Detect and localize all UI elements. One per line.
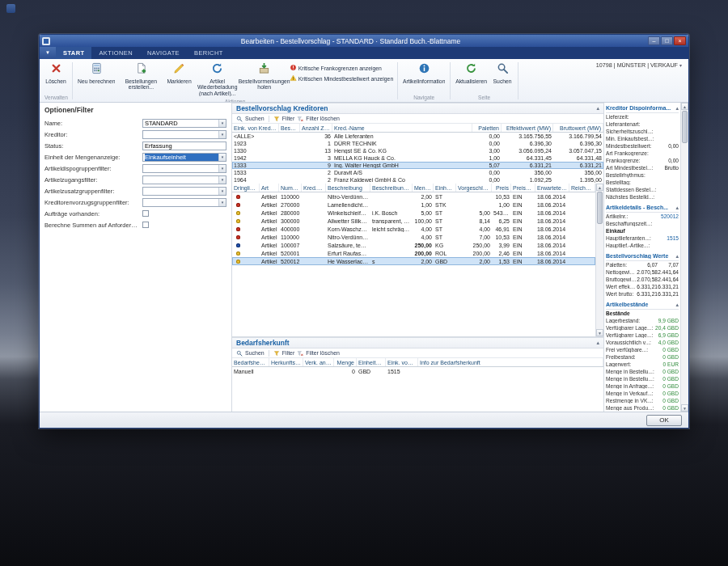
option-field-artikelzusatzgruppenfilter[interactable]: ▾: [142, 187, 226, 196]
column-header-dringlichkeit[interactable]: Dringlichkeit: [232, 184, 260, 192]
column-header-art[interactable]: Art: [260, 184, 279, 192]
vendors-filter-link[interactable]: Filter: [282, 116, 295, 121]
factbox-link[interactable]: 520012: [661, 213, 679, 219]
dropdown-icon[interactable]: ▾: [218, 131, 226, 138]
option-field-artikelzugangsfilter[interactable]: ▾: [142, 175, 226, 184]
app-menu-button[interactable]: ▼: [40, 47, 56, 59]
factbox-link[interactable]: 1515: [667, 235, 679, 241]
column-header-preiseinheitencode[interactable]: Preiseinheitencode: [511, 184, 535, 192]
vendors-pane-header[interactable]: Bestellvorschlag Kreditoren ▴: [232, 103, 603, 114]
vendor-row[interactable]: 133013Hengst SE & Co. KG3,003.056.095,24…: [232, 147, 603, 154]
vendor-row[interactable]: 15332Duravit A/S0,00356,00356,00: [232, 169, 603, 176]
checkbox-berechne-summen-auf-anforderung[interactable]: [142, 222, 149, 228]
suggestion-line-row[interactable]: Artikel400000Korn-Waschzeug Nr. 500WA2le…: [232, 225, 595, 233]
column-header-info-zur-bedarfsherkunft[interactable]: Info zur Bedarfsherkunft: [418, 358, 603, 366]
suggestion-line-row[interactable]: Artikel300000Allwetter Silikon SHK 100Nt…: [232, 217, 595, 225]
ribbon-button-artikel-wiederbeladung-nach-artikel[interactable]: Artikel Wiederbeladung (nach Artikel)...: [194, 61, 241, 98]
column-header-preis[interactable]: Preis: [492, 184, 511, 192]
suggestion-line-row[interactable]: Artikel520001Erfurt Raufaser 70/75 Gross…: [232, 249, 595, 257]
column-header-kred-artikelnr[interactable]: Kred.-Artikelnr.: [302, 184, 326, 192]
tab-bericht[interactable]: BERICHT: [187, 47, 231, 59]
collapse-icon[interactable]: ▴: [675, 302, 679, 308]
scroll-track[interactable]: [596, 225, 603, 329]
scroll-down-icon[interactable]: ▼: [681, 404, 688, 412]
column-header-bruttowert-mw[interactable]: Bruttowert (MW): [553, 124, 603, 132]
ok-button[interactable]: OK: [646, 415, 682, 426]
ribbon-button-artikelinformation[interactable]: Artikelinformation: [400, 61, 447, 86]
column-header-vorgeschl-menge-ek-einheit[interactable]: Vorgeschl. Menge (EK-Einheit): [456, 184, 492, 192]
option-field-artikeldispogruppenfilter[interactable]: ▾: [142, 164, 226, 173]
scroll-up-icon[interactable]: ▲: [596, 184, 603, 191]
column-header-beschreibung[interactable]: Beschreibung: [326, 184, 370, 192]
vendor-row[interactable]: <ALLE>36Alle Lieferanten0,003.165.756,55…: [232, 133, 603, 140]
column-header-beschreibung-2[interactable]: Beschreibung 2: [370, 184, 413, 192]
suggestion-line-row[interactable]: Artikel110000Nitro-Verdünnung B, E-COLL4…: [232, 233, 595, 241]
column-header-menge[interactable]: Menge: [413, 184, 434, 192]
tab-navigate[interactable]: NAVIGATE: [140, 47, 187, 59]
tab-start[interactable]: START: [56, 47, 91, 59]
column-header-eink-von-kreditor[interactable]: Eink. von Kreditor: [386, 358, 418, 366]
vendor-row[interactable]: 19231DÜRR TECHNIK0,006.396,306.396,30: [232, 140, 603, 147]
ribbon-button-bestellvormerkungen-holen[interactable]: Bestellvormerkungen holen: [241, 61, 288, 92]
maximize-button[interactable]: □: [661, 36, 673, 45]
column-header-paletten[interactable]: Paletten: [472, 124, 502, 132]
suggestion-line-row[interactable]: Artikel280000Winkelschleifer PWS 7-125i.…: [232, 209, 595, 217]
scroll-thumb[interactable]: [597, 192, 603, 224]
context-label[interactable]: 10798 | MÜNSTER | VERKAUF ▾: [596, 61, 682, 69]
column-header-einheitscode[interactable]: Einheitscode: [434, 184, 456, 192]
ribbon-button-bestellungen-erstellen[interactable]: Bestellungen erstellen...: [117, 61, 164, 92]
vendor-row[interactable]: 19423MELLA KG Hauck & Co.1,0064.331,4564…: [232, 154, 603, 162]
dropdown-icon[interactable]: ▾: [218, 199, 226, 206]
column-header-bedarfsherkunftstyp[interactable]: Bedarfsherkunftstyp: [232, 358, 269, 366]
ribbon-button-suchen[interactable]: Suchen: [489, 61, 515, 86]
option-field-einheit-der-mengenanzeige[interactable]: Einkaufseinheit▾: [142, 153, 226, 162]
checkbox-aufträge-vorhanden[interactable]: [142, 210, 149, 217]
collapse-icon[interactable]: ▴: [675, 205, 679, 211]
column-header-herkunftsart[interactable]: Herkunftsart: [269, 358, 303, 366]
ribbon-toggle-kritischen-mindestbestellwert-anzeigen[interactable]: Kritischen Mindestbestellwert anzeigen: [290, 74, 394, 82]
column-header-bestellt[interactable]: Bestellt: [279, 124, 300, 132]
option-field-kreditor[interactable]: ▾: [142, 130, 226, 139]
ribbon-button-löschen[interactable]: Löschen: [43, 61, 69, 86]
factbox-scrollbar[interactable]: ▲ ▼: [680, 103, 688, 412]
dropdown-icon[interactable]: ▾: [218, 154, 226, 161]
column-header-anzahl-zeilen[interactable]: Anzahl Zeilen: [300, 124, 332, 132]
vendors-clear-filter-link[interactable]: Filter löschen: [306, 116, 340, 121]
column-header-erwartetes-lieferdatum[interactable]: Erwartetes Lieferdatum: [535, 184, 569, 192]
column-header-nummer[interactable]: Nummer: [279, 184, 302, 192]
close-button[interactable]: ×: [674, 36, 686, 45]
titlebar[interactable]: Bearbeiten - Bestellvorschlag - STANDARD…: [40, 35, 688, 47]
suggestion-line-row[interactable]: Artikel270000Lamellendichtring DVR62 K1,…: [232, 201, 595, 209]
minimize-button[interactable]: –: [648, 36, 660, 45]
scroll-track[interactable]: [681, 144, 688, 404]
column-header-kred-name[interactable]: Kred.-Name: [332, 124, 472, 132]
collapse-icon[interactable]: ▴: [596, 340, 599, 346]
option-field-name[interactable]: STANDARD▾: [142, 119, 226, 128]
column-header-verk-an-debitor[interactable]: Verk. an Debitor: [303, 358, 334, 366]
demand-search-link[interactable]: Suchen: [245, 350, 265, 356]
ribbon-toggle-kritische-frankogrenzen-anzeigen[interactable]: Kritische Frankogrenzen anzeigen: [290, 64, 394, 72]
suggestion-line-row[interactable]: Artikel520012He Wasserlack 2,500Ls2,00GB…: [232, 257, 595, 265]
demand-filter-link[interactable]: Filter: [282, 350, 295, 356]
scroll-up-icon[interactable]: ▲: [681, 103, 688, 110]
dropdown-icon[interactable]: ▾: [218, 120, 226, 127]
column-header-einheitencode[interactable]: Einheitencode: [357, 358, 386, 366]
column-header-menge[interactable]: Menge: [334, 358, 357, 366]
dropdown-icon[interactable]: ▾: [218, 188, 226, 195]
collapse-icon[interactable]: ▴: [596, 105, 599, 112]
dropdown-icon[interactable]: ▾: [218, 176, 226, 184]
vendor-row[interactable]: 19642Franz Kaldewei GmbH & Co0,001.092,2…: [232, 176, 603, 184]
scroll-down-icon[interactable]: ▼: [596, 329, 603, 336]
ribbon-button-neu-berechnen[interactable]: Neu berechnen: [75, 61, 117, 86]
vendors-search-link[interactable]: Suchen: [245, 116, 265, 121]
option-field-status[interactable]: Erfassung: [142, 142, 226, 150]
collapse-icon[interactable]: ▴: [675, 253, 679, 260]
ribbon-button-markieren[interactable]: Markieren: [164, 61, 193, 86]
column-header-effektivwert-mw[interactable]: Effektivwert (MW): [502, 124, 553, 132]
ribbon-button-aktualisieren[interactable]: Aktualisieren: [453, 61, 489, 86]
lines-scrollbar[interactable]: ▲ ▼: [595, 184, 603, 336]
scroll-thumb[interactable]: [682, 111, 688, 143]
demand-row[interactable]: Manuell0GBD1515: [232, 367, 603, 375]
column-header-reichweite-datum[interactable]: Reichweite (Datum): [569, 184, 595, 192]
vendor-row[interactable]: 13339Ing. Walter Hengst GmbH5,076.331,21…: [232, 162, 603, 169]
